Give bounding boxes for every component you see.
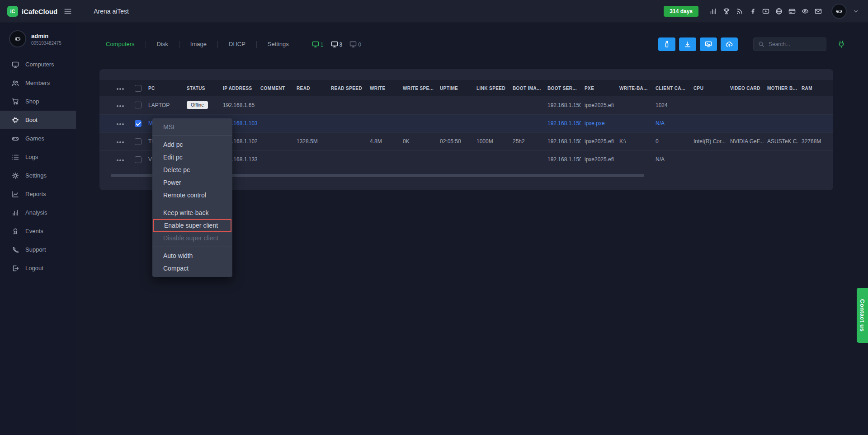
chevron-down-icon[interactable] xyxy=(853,8,859,14)
trophy-icon[interactable] xyxy=(723,8,730,15)
sidebar-item-shop[interactable]: Shop xyxy=(0,92,76,111)
menu-item-enable-super-client[interactable]: Enable super client xyxy=(153,219,231,232)
sidebar-item-logs[interactable]: Logs xyxy=(0,148,76,166)
row-actions-icon[interactable] xyxy=(117,159,118,161)
row-checkbox[interactable] xyxy=(135,138,142,145)
cell-comment xyxy=(257,114,293,132)
menu-toggle-icon[interactable] xyxy=(64,7,72,15)
cell-comment xyxy=(257,150,293,168)
cell-boot-image xyxy=(509,114,544,132)
brand[interactable]: iC iCafeCloud xyxy=(0,6,57,17)
counter-total[interactable]: 3 xyxy=(331,41,343,48)
sidebar-item-analysis[interactable]: Analysis xyxy=(0,203,76,222)
col-video-card[interactable]: VIDEO CARD xyxy=(726,80,764,96)
search-input[interactable] xyxy=(768,41,821,48)
menu-item-add-pc[interactable]: Add pc xyxy=(152,138,232,151)
tab-dhcp[interactable]: DHCP xyxy=(218,35,256,53)
col-status[interactable]: STATUS xyxy=(183,80,219,96)
contact-us-tab[interactable]: Contact us xyxy=(857,288,868,343)
cloud-upload-button[interactable] xyxy=(721,37,738,51)
row-checkbox[interactable] xyxy=(135,102,142,108)
sidebar-item-members[interactable]: Members xyxy=(0,74,76,92)
sidebar-item-events[interactable]: Events xyxy=(0,222,76,240)
divider xyxy=(152,204,232,204)
context-menu: MSI Add pc Edit pc Delete pc Power Remot… xyxy=(152,118,232,277)
menu-item-keep-write-back[interactable]: Keep write-back xyxy=(152,206,232,219)
gamepad-icon xyxy=(12,135,19,142)
download-button[interactable] xyxy=(679,37,696,51)
globe-icon[interactable] xyxy=(775,8,783,15)
row-actions-icon[interactable] xyxy=(117,141,118,143)
table-row: LAPTOP Offline 192.168.1.65 192.168.1.15… xyxy=(99,96,833,114)
venue-title: Arena aiTest xyxy=(94,8,129,15)
tab-image[interactable]: Image xyxy=(179,35,217,53)
monitor-icon xyxy=(331,41,338,48)
cell-write xyxy=(366,96,399,114)
eye-icon[interactable] xyxy=(802,8,809,15)
menu-item-auto-width[interactable]: Auto width xyxy=(152,249,232,262)
menu-item-power[interactable]: Power xyxy=(152,176,232,189)
col-pxe[interactable]: PXE xyxy=(581,80,616,96)
sidebar-item-games[interactable]: Games xyxy=(0,129,76,148)
tab-disk[interactable]: Disk xyxy=(146,35,179,53)
cell-uptime xyxy=(436,96,473,114)
select-all-checkbox[interactable] xyxy=(135,85,142,92)
col-cpu[interactable]: CPU xyxy=(690,80,726,96)
col-link-speed[interactable]: LINK SPEED xyxy=(473,80,509,96)
analytics-icon[interactable] xyxy=(710,8,717,15)
menu-item-compact[interactable]: Compact xyxy=(152,262,232,275)
youtube-icon[interactable] xyxy=(762,8,769,15)
search-icon xyxy=(758,41,764,47)
mail-icon[interactable] xyxy=(815,8,822,15)
cell-boot-server: 192.168.1.150 xyxy=(544,150,581,168)
col-write-speed[interactable]: WRITE SPE... xyxy=(399,80,436,96)
cell-write-back xyxy=(616,114,652,132)
sidebar-item-settings[interactable]: Settings xyxy=(0,166,76,185)
user-avatar[interactable] xyxy=(831,4,847,19)
tab-computers[interactable]: Computers xyxy=(100,35,146,53)
menu-item-edit-pc[interactable]: Edit pc xyxy=(152,151,232,164)
plug-icon[interactable] xyxy=(837,40,845,48)
sidebar-item-boot[interactable]: Boot xyxy=(0,111,76,129)
counter-other[interactable]: 0 xyxy=(349,41,361,48)
col-write[interactable]: WRITE xyxy=(366,80,399,96)
tab-settings[interactable]: Settings xyxy=(257,35,300,53)
counter-online[interactable]: 1 xyxy=(312,41,324,48)
sidebar-item-logout[interactable]: Logout xyxy=(0,259,76,277)
flash-drive-button[interactable] xyxy=(658,37,675,51)
col-uptime[interactable]: UPTIME xyxy=(436,80,473,96)
col-ip[interactable]: IP ADDRESS xyxy=(219,80,257,96)
header-actions-icon[interactable] xyxy=(117,88,118,90)
menu-item-delete-pc[interactable]: Delete pc xyxy=(152,164,232,176)
col-write-back[interactable]: WRITE-BA... xyxy=(616,80,652,96)
col-boot-image[interactable]: BOOT IMA... xyxy=(509,80,544,96)
col-boot-server[interactable]: BOOT SER... xyxy=(544,80,581,96)
cell-read-speed xyxy=(327,114,366,132)
col-ram[interactable]: RAM xyxy=(798,80,833,96)
facebook-icon[interactable] xyxy=(749,8,756,15)
col-read[interactable]: READ xyxy=(293,80,327,96)
billing-icon[interactable] xyxy=(788,8,796,15)
console-button[interactable] xyxy=(700,37,717,51)
cell-pc[interactable]: LAPTOP xyxy=(145,96,183,114)
license-days-badge[interactable]: 314 days xyxy=(664,6,698,17)
col-read-speed[interactable]: READ SPEED xyxy=(327,80,366,96)
sidebar-item-support[interactable]: Support xyxy=(0,240,76,259)
sidebar-user[interactable]: admin 005193482475 xyxy=(0,23,76,55)
row-actions-icon[interactable] xyxy=(117,123,118,125)
row-actions-icon[interactable] xyxy=(117,105,118,107)
sidebar-item-reports[interactable]: Reports xyxy=(0,185,76,203)
menu-item-remote-control[interactable]: Remote control xyxy=(152,189,232,201)
col-comment[interactable]: COMMENT xyxy=(257,80,293,96)
col-pc[interactable]: PC xyxy=(145,80,183,96)
cell-motherboard xyxy=(764,114,798,132)
monitor-icon xyxy=(312,41,319,48)
sidebar-item-computers[interactable]: Computers xyxy=(0,55,76,74)
col-motherboard[interactable]: MOTHER B... xyxy=(764,80,798,96)
row-checkbox-checked[interactable] xyxy=(135,120,142,127)
rss-icon[interactable] xyxy=(736,8,743,15)
cell-ram xyxy=(798,150,833,168)
row-checkbox[interactable] xyxy=(135,156,142,163)
cell-client-cache: 1024 xyxy=(652,96,690,114)
col-client-cache[interactable]: CLIENT CA... xyxy=(652,80,690,96)
